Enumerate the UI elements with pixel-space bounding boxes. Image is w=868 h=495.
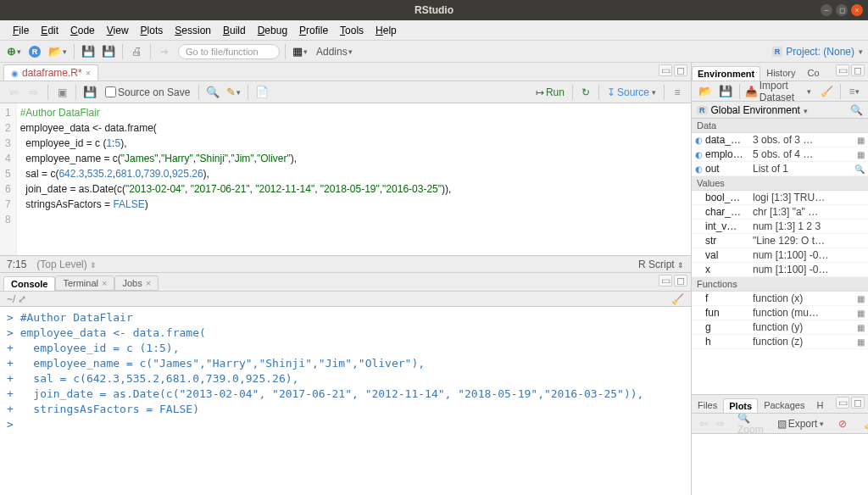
source-button[interactable]: ↧Source ▾ — [604, 86, 659, 98]
remove-plot-button[interactable]: ⊘ — [834, 415, 851, 432]
outline-button[interactable]: ≡ — [669, 84, 686, 101]
new-file-button[interactable]: ⊕▾ — [5, 43, 23, 60]
close-button[interactable]: × — [851, 4, 863, 16]
pane-minimize-icon[interactable]: ▭ — [659, 275, 672, 286]
save-source-button[interactable]: 💾 — [81, 84, 98, 101]
variable-name: out — [705, 163, 753, 175]
file-type-selector[interactable]: R Script ⇕ — [638, 259, 684, 270]
view-data-icon[interactable]: 🔍 — [853, 164, 865, 174]
search-env-icon[interactable]: 🔍 — [850, 104, 863, 116]
menu-plots[interactable]: Plots — [135, 25, 170, 36]
menu-profile[interactable]: Profile — [293, 25, 334, 36]
view-data-icon[interactable]: ▦ — [853, 136, 865, 145]
menu-build[interactable]: Build — [217, 25, 252, 36]
files-tab-help[interactable]: H — [810, 398, 829, 413]
rerun-button[interactable]: ↻ — [577, 84, 594, 101]
clear-console-icon[interactable]: 🧹 — [671, 293, 684, 305]
expand-icon[interactable]: ◐ — [695, 164, 705, 174]
view-data-icon[interactable]: ▦ — [853, 323, 865, 332]
pane-maximize-icon[interactable]: ◻ — [674, 64, 687, 76]
forward-button[interactable]: ⇨ — [25, 84, 42, 101]
view-mode-button[interactable]: ≡▾ — [846, 83, 863, 100]
env-variable-row[interactable]: ◐outList of 1🔍 — [692, 162, 868, 176]
view-data-icon[interactable]: ▦ — [853, 294, 865, 303]
scope-selector[interactable]: Global Environment ▾ — [711, 104, 809, 116]
clear-plots-button[interactable]: 🧹 — [861, 415, 868, 432]
open-file-button[interactable]: 📂▾ — [47, 43, 69, 60]
save-workspace-button[interactable]: 💾 — [717, 83, 734, 100]
plot-next-button[interactable]: ⇨ — [714, 418, 727, 430]
view-data-icon[interactable]: ▦ — [853, 150, 865, 159]
menu-tools[interactable]: Tools — [334, 25, 370, 36]
env-tab-history[interactable]: History — [760, 65, 801, 81]
view-data-icon[interactable]: ▦ — [853, 337, 865, 347]
files-tab-files[interactable]: Files — [692, 398, 723, 413]
back-button[interactable]: ⇦ — [5, 84, 22, 101]
source-on-save-checkbox[interactable]: Source on Save — [105, 86, 190, 98]
grid-view-button[interactable]: ▦▾ — [291, 43, 309, 60]
env-tab-environment[interactable]: Environment — [692, 66, 760, 81]
pane-minimize-icon[interactable]: ▭ — [659, 64, 672, 76]
save-button[interactable]: 💾 — [80, 43, 97, 60]
plot-prev-button[interactable]: ⇦ — [697, 418, 710, 430]
save-all-button[interactable]: 💾 — [100, 43, 117, 60]
expand-icon[interactable]: ◐ — [695, 136, 705, 145]
env-variable-row[interactable]: ◐data_…3 obs. of 3 …▦ — [692, 133, 868, 147]
files-tab-packages[interactable]: Packages — [758, 398, 810, 413]
menu-file[interactable]: File — [7, 25, 35, 36]
load-workspace-button[interactable]: 📂 — [697, 83, 714, 100]
env-variable-row[interactable]: char_…chr [1:3] "a" … — [692, 205, 868, 220]
menu-code[interactable]: Code — [64, 25, 101, 36]
console-tab-console[interactable]: Console — [3, 276, 55, 291]
console-popout-icon[interactable]: ⤢ — [18, 293, 26, 305]
console-output[interactable]: > #Author DataFlair > employee_data <- d… — [0, 307, 691, 495]
code-tools-button[interactable]: ✎▾ — [225, 84, 242, 101]
expand-icon[interactable]: ◐ — [695, 150, 705, 159]
pane-minimize-icon[interactable]: ▭ — [836, 64, 849, 76]
print-button[interactable]: 🖨 — [128, 43, 145, 60]
env-variable-row[interactable]: funfunction (mu…▦ — [692, 306, 868, 320]
env-tab-connections[interactable]: Co — [801, 65, 825, 81]
env-variable-row[interactable]: gfunction (y)▦ — [692, 320, 868, 335]
source-tab-dataframe[interactable]: ◉ dataframe.R* × — [3, 64, 98, 81]
env-variable-row[interactable]: bool_…logi [1:3] TRU… — [692, 191, 868, 205]
maximize-button[interactable]: ◻ — [836, 4, 848, 16]
menu-help[interactable]: Help — [370, 25, 403, 36]
project-selector[interactable]: R Project: (None) ▾ — [772, 46, 863, 58]
files-tab-plots[interactable]: Plots — [723, 398, 758, 413]
env-variable-row[interactable]: str"Line 129: O t… — [692, 234, 868, 248]
addins-button[interactable]: Addins ▾ — [313, 43, 356, 60]
menu-edit[interactable]: Edit — [35, 25, 64, 36]
goto-file-function-input[interactable]: Go to file/function — [178, 44, 280, 59]
env-variable-row[interactable]: ffunction (x)▦ — [692, 292, 868, 306]
clear-workspace-button[interactable]: 🧹 — [818, 83, 835, 100]
new-project-button[interactable]: R — [26, 43, 43, 60]
code-editor[interactable]: 12345678 #Author DataFlairemployee_data … — [0, 103, 691, 255]
run-button[interactable]: ↦Run — [532, 86, 568, 98]
show-in-new-window-button[interactable]: ▣ — [53, 84, 70, 101]
env-variable-row[interactable]: hfunction (z)▦ — [692, 335, 868, 349]
close-tab-icon[interactable]: × — [86, 68, 91, 78]
find-button[interactable]: 🔍 — [204, 84, 221, 101]
compile-report-button[interactable]: 📄 — [253, 84, 270, 101]
menu-view[interactable]: View — [101, 25, 135, 36]
console-tab-jobs[interactable]: Jobs × — [114, 275, 159, 291]
env-variable-row[interactable]: xnum [1:100] -0… — [692, 263, 868, 277]
menu-debug[interactable]: Debug — [252, 25, 293, 36]
minimize-button[interactable]: – — [821, 4, 832, 16]
env-variable-row[interactable]: int_v…num [1:3] 1 2 3 — [692, 220, 868, 234]
env-variable-row[interactable]: ◐emplo…5 obs. of 4 …▦ — [692, 147, 868, 162]
menu-session[interactable]: Session — [169, 25, 217, 36]
export-plot-button[interactable]: ▧ Export ▾ — [777, 418, 825, 430]
zoom-button[interactable]: 🔍 Zoom — [737, 412, 764, 436]
view-data-icon[interactable]: ▦ — [853, 309, 865, 318]
pane-maximize-icon[interactable]: ◻ — [851, 397, 865, 409]
pane-minimize-icon[interactable]: ▭ — [836, 397, 849, 409]
import-dataset-button[interactable]: 📥 Import Dataset ▾ — [745, 80, 811, 103]
pane-maximize-icon[interactable]: ◻ — [851, 64, 865, 76]
env-variable-row[interactable]: valnum [1:100] -0… — [692, 248, 868, 263]
pane-maximize-icon[interactable]: ◻ — [674, 275, 687, 286]
scope-indicator[interactable]: (Top Level) ⇕ — [36, 259, 97, 270]
console-tab-terminal[interactable]: Terminal × — [55, 275, 114, 291]
variable-value: num [1:100] -0… — [753, 264, 853, 275]
